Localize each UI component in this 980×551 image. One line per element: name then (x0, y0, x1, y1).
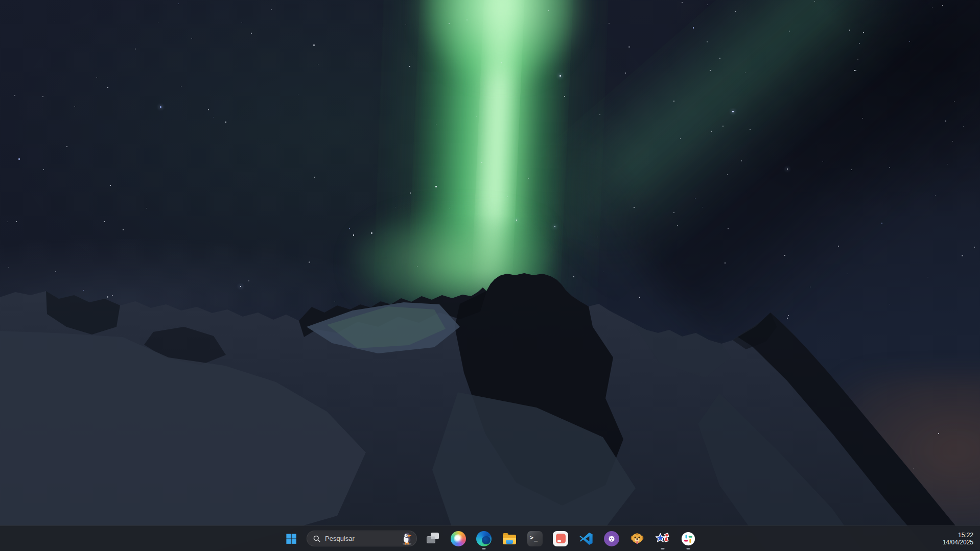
clock-date: 14/04/2025 (943, 539, 973, 546)
slack-icon (681, 531, 696, 546)
blue-star-red-bolt-icon (655, 531, 670, 546)
search-placeholder: Pesquisar (325, 535, 401, 542)
dog-face-icon (629, 531, 645, 546)
terminal-icon: >_ (527, 531, 543, 546)
taskbar-icon-vscode[interactable] (576, 527, 596, 550)
search-box[interactable]: Pesquisar (307, 531, 417, 546)
taskbar-icon-edge[interactable] (474, 527, 494, 550)
red-square-app-icon (553, 531, 568, 546)
taskbar-icons: >_ (423, 527, 698, 550)
taskbar: Pesquisar (0, 525, 980, 551)
taskbar-icon-dog-app[interactable] (627, 527, 647, 550)
taskbar-icon-star-app[interactable] (652, 527, 673, 550)
desktop[interactable]: Pesquisar (0, 0, 980, 551)
clock-time: 15:22 (958, 532, 973, 539)
search-icon (313, 535, 321, 543)
edge-browser-icon (476, 531, 492, 546)
windows-start-icon (286, 533, 297, 544)
github-desktop-icon (604, 531, 619, 546)
puffin-bird-image (401, 532, 413, 545)
taskbar-icon-task-view[interactable] (423, 527, 443, 550)
taskbar-icon-red-square-app[interactable] (550, 527, 571, 550)
taskbar-icon-github-desktop[interactable] (601, 527, 622, 550)
taskbar-icon-copilot[interactable] (448, 527, 469, 550)
vscode-icon (578, 531, 594, 546)
taskbar-icon-file-explorer[interactable] (499, 527, 520, 550)
file-explorer-icon (502, 531, 517, 546)
system-clock[interactable]: 15:22 14/04/2025 (936, 526, 980, 551)
task-view-icon (425, 531, 440, 546)
taskbar-icon-slack[interactable] (678, 527, 698, 550)
taskbar-icon-terminal[interactable]: >_ (525, 527, 545, 550)
mountain-silhouette (0, 0, 980, 551)
start-button[interactable] (282, 527, 301, 550)
copilot-icon (451, 531, 466, 546)
